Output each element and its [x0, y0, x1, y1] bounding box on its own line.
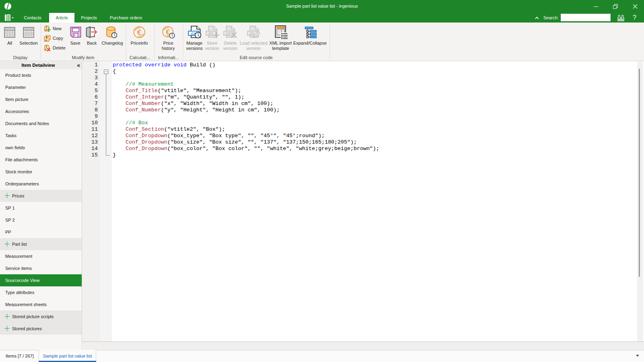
svg-text:C#: C#	[226, 31, 231, 35]
svg-text:€: €	[166, 28, 170, 36]
svg-text:C#: C#	[250, 31, 254, 35]
svg-text:€: €	[137, 28, 142, 37]
svg-text:C#: C#	[208, 31, 213, 35]
